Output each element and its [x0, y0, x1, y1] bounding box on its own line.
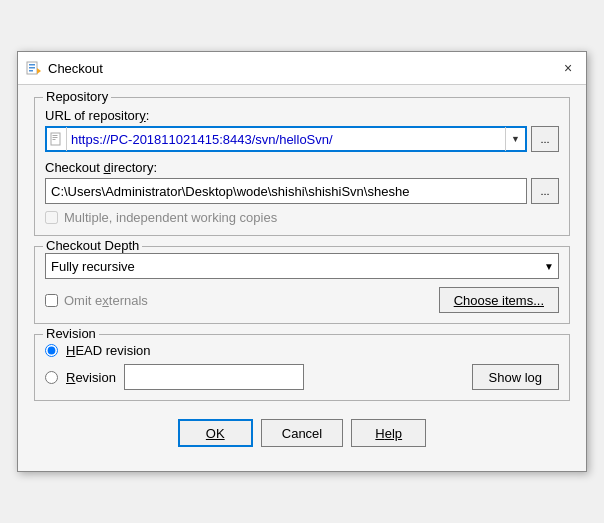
- dialog-title: Checkout: [48, 61, 103, 76]
- svg-rect-7: [52, 137, 57, 138]
- url-row: https://PC-201811021415:8443/svn/helloSv…: [45, 126, 559, 152]
- title-bar: Checkout ×: [18, 52, 586, 85]
- browse-url-button[interactable]: ...: [531, 126, 559, 152]
- head-revision-row: HEAD revision: [45, 343, 559, 358]
- url-label: URL of repository:: [45, 108, 559, 123]
- browse-dir-button[interactable]: ...: [531, 178, 559, 204]
- checkout-dir-input[interactable]: [45, 178, 527, 204]
- help-underline: H: [375, 426, 384, 441]
- checkout-depth-group: Checkout Depth Fully recursive Immediate…: [34, 246, 570, 324]
- svg-rect-2: [29, 67, 35, 69]
- title-bar-left: Checkout: [26, 60, 103, 76]
- url-dropdown-arrow[interactable]: ▼: [505, 127, 525, 151]
- help-button[interactable]: Help: [351, 419, 426, 447]
- multiple-copies-checkbox[interactable]: [45, 211, 58, 224]
- revision-radio-row: Revision: [45, 370, 116, 385]
- checkout-dir-row: ...: [45, 178, 559, 204]
- repository-group-label: Repository: [43, 89, 111, 104]
- choose-items-button[interactable]: Choose items...: [439, 287, 559, 313]
- checkout-icon: [26, 60, 42, 76]
- head-revision-radio[interactable]: [45, 344, 58, 357]
- revision-radio[interactable]: [45, 371, 58, 384]
- checkout-dialog: Checkout × Repository URL of repository:: [17, 51, 587, 472]
- svg-marker-4: [37, 68, 41, 74]
- dialog-footer: OK Cancel Help: [34, 413, 570, 461]
- help-label: elp: [385, 426, 402, 441]
- repository-group: Repository URL of repository: https://PC…: [34, 97, 570, 236]
- omit-externals-row: Omit externals: [45, 293, 148, 308]
- url-combo[interactable]: https://PC-201811021415:8443/svn/helloSv…: [45, 126, 527, 152]
- multiple-copies-row: Multiple, independent working copies: [45, 210, 559, 225]
- revision-input[interactable]: [124, 364, 304, 390]
- choose-items-label: hoose items...: [463, 293, 544, 308]
- svg-rect-8: [52, 139, 55, 140]
- revision-label: Revision: [66, 370, 116, 385]
- omit-externals-checkbox[interactable]: [45, 294, 58, 307]
- head-revision-label: HEAD revision: [66, 343, 151, 358]
- checkout-depth-label: Checkout Depth: [43, 238, 142, 253]
- revision-group: Revision HEAD revision Revision Show log: [34, 334, 570, 401]
- options-row: Omit externals Choose items...: [45, 287, 559, 313]
- show-log-button[interactable]: Show log: [472, 364, 559, 390]
- omit-externals-label: Omit externals: [64, 293, 148, 308]
- multiple-copies-label: Multiple, independent working copies: [64, 210, 277, 225]
- revision-input-row: Revision Show log: [45, 364, 559, 390]
- ok-label: K: [216, 426, 225, 441]
- depth-select-wrapper: Fully recursive Immediate children Only …: [45, 253, 559, 279]
- revision-group-label: Revision: [43, 326, 99, 341]
- ok-underline: O: [206, 426, 216, 441]
- svg-rect-3: [29, 70, 33, 72]
- checkout-dir-label: Checkout directory:: [45, 160, 559, 175]
- choose-items-underline: C: [454, 293, 463, 308]
- depth-select[interactable]: Fully recursive Immediate children Only …: [45, 253, 559, 279]
- url-value: https://PC-201811021415:8443/svn/helloSv…: [67, 132, 505, 147]
- svg-rect-6: [52, 135, 57, 136]
- cancel-button[interactable]: Cancel: [261, 419, 343, 447]
- dialog-body: Repository URL of repository: https://PC…: [18, 85, 586, 471]
- ok-button[interactable]: OK: [178, 419, 253, 447]
- url-page-icon: [47, 127, 67, 151]
- svg-rect-1: [29, 64, 35, 66]
- close-button[interactable]: ×: [558, 58, 578, 78]
